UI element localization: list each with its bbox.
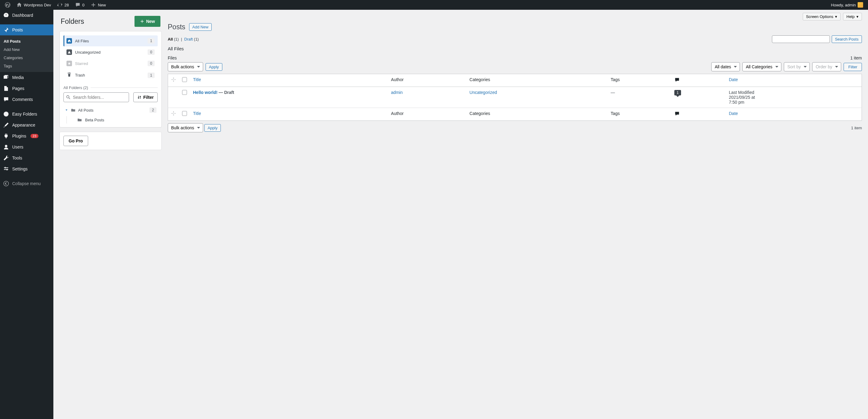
folder-uncategorized[interactable]: Uncategorized 0	[63, 47, 158, 58]
dates-select[interactable]: All dates	[711, 62, 740, 71]
new-label: New	[146, 19, 155, 24]
new-folder-button[interactable]: New	[134, 16, 160, 27]
submenu-tags[interactable]: Tags	[0, 62, 53, 70]
svg-point-2	[5, 145, 7, 147]
menu-posts[interactable]: Posts	[0, 24, 53, 35]
site-name-menu[interactable]: Wordpress Dev	[14, 0, 53, 10]
bulk-actions-select-bottom[interactable]: Bulk actions	[168, 123, 203, 132]
all-folders-label: All Folders (2)	[63, 86, 158, 90]
category-link[interactable]: Uncategorized	[469, 90, 497, 95]
go-pro-button[interactable]: Go Pro	[63, 136, 88, 146]
categories-select[interactable]: All Categories	[742, 62, 781, 71]
col-title[interactable]: Title	[190, 74, 388, 87]
page-title: Posts	[168, 23, 185, 31]
folder-label: Trash	[75, 73, 85, 77]
post-title-link[interactable]: Hello world!	[193, 90, 217, 95]
col-date[interactable]: Date	[726, 74, 862, 87]
select-all-checkbox-bottom[interactable]	[182, 111, 187, 116]
sort-by-select[interactable]: Sort by	[784, 62, 810, 71]
search-folders-input[interactable]	[63, 92, 129, 102]
menu-tools[interactable]: Tools	[0, 153, 53, 163]
help-button[interactable]: Help ▾	[843, 13, 862, 21]
comment-icon	[674, 77, 680, 83]
plus-icon	[91, 2, 96, 8]
select-all-checkbox-top[interactable]	[182, 77, 187, 82]
dashboard-icon	[3, 12, 9, 18]
menu-pages[interactable]: Pages	[0, 83, 53, 94]
chevron-down-icon: ▾	[835, 14, 837, 19]
search-posts-button[interactable]: Search Posts	[832, 35, 862, 43]
folder-count: 1	[148, 38, 155, 43]
folder-starred[interactable]: Starred 0	[63, 58, 158, 69]
plug-icon	[3, 133, 9, 139]
move-icon	[171, 77, 176, 82]
submenu-all-posts[interactable]: All Posts	[0, 37, 53, 45]
folder-trash[interactable]: Trash 1	[63, 69, 158, 81]
wordpress-icon	[5, 2, 10, 8]
menu-plugins[interactable]: Plugins 23	[0, 131, 53, 141]
comments-menu[interactable]: 0	[72, 0, 87, 10]
menu-label: Appearance	[12, 123, 35, 127]
bulk-actions-select-top[interactable]: Bulk actions	[168, 62, 203, 71]
wrench-icon	[3, 155, 9, 161]
star-icon	[66, 61, 72, 66]
chevron-down-icon: ▾	[857, 14, 859, 19]
view-filters: All (1) | Draft (1)	[168, 37, 199, 41]
menu-label: Users	[12, 144, 24, 150]
submenu-add-new[interactable]: Add New	[0, 45, 53, 54]
new-label: New	[98, 3, 106, 7]
filter-draft[interactable]: Draft	[184, 37, 193, 41]
menu-dashboard[interactable]: Dashboard	[0, 10, 53, 21]
filter-all-count: (1)	[174, 37, 179, 41]
new-content-menu[interactable]: New	[88, 0, 108, 10]
filter-folders-button[interactable]: Filter	[133, 92, 158, 102]
caret-down-icon	[65, 108, 68, 112]
menu-label: Posts	[12, 27, 23, 32]
folder-count: 0	[148, 61, 155, 66]
menu-settings[interactable]: Settings	[0, 163, 53, 174]
tree-beta-posts[interactable]: Beta Posts	[66, 116, 158, 124]
tree-label: All Posts	[78, 108, 94, 112]
comment-count-badge[interactable]: 1	[674, 90, 681, 95]
order-by-select[interactable]: Order by	[812, 62, 841, 71]
files-label: Files	[168, 56, 177, 60]
menu-media[interactable]: Media	[0, 72, 53, 83]
home-icon	[17, 2, 22, 8]
col-date-foot[interactable]: Date	[726, 108, 862, 121]
search-posts-input[interactable]	[772, 35, 830, 43]
sliders-icon	[3, 166, 9, 172]
wp-logo-menu[interactable]	[2, 0, 13, 10]
menu-appearance[interactable]: Appearance	[0, 120, 53, 131]
updates-menu[interactable]: 28	[55, 0, 71, 10]
site-name: Wordpress Dev	[24, 3, 51, 7]
apply-button-top[interactable]: Apply	[206, 63, 222, 71]
row-checkbox[interactable]	[182, 90, 187, 95]
menu-collapse[interactable]: Collapse menu	[0, 178, 53, 189]
menu-comments[interactable]: Comments	[0, 94, 53, 105]
col-comments-foot	[671, 108, 726, 121]
col-categories-foot: Categories	[466, 108, 608, 121]
filter-button[interactable]: Filter	[844, 63, 862, 71]
folder-all-files[interactable]: All Files 1	[63, 35, 158, 46]
comment-icon	[674, 111, 680, 117]
menu-label: Plugins	[12, 134, 26, 138]
menu-users[interactable]: Users	[0, 141, 53, 153]
col-title-foot[interactable]: Title	[190, 108, 388, 121]
tree-count: 2	[150, 107, 156, 113]
brush-icon	[3, 122, 9, 128]
filter-all[interactable]: All	[168, 37, 173, 41]
submenu-categories[interactable]: Categories	[0, 54, 53, 62]
comment-icon	[75, 2, 81, 8]
menu-easy-folders[interactable]: Easy Folders	[0, 108, 53, 120]
plus-icon	[140, 19, 144, 24]
col-categories: Categories	[466, 74, 608, 87]
author-link[interactable]: admin	[391, 90, 403, 95]
filter-sep: |	[181, 37, 182, 41]
my-account-menu[interactable]: Howdy, admin	[829, 0, 866, 10]
filter-draft-count: (1)	[194, 37, 199, 41]
screen-options-button[interactable]: Screen Options ▾	[803, 13, 841, 21]
apply-button-bottom[interactable]: Apply	[204, 124, 221, 132]
add-new-post-button[interactable]: Add New	[189, 23, 212, 31]
tree-all-posts[interactable]: All Posts 2	[63, 105, 158, 115]
user-icon	[3, 144, 9, 150]
